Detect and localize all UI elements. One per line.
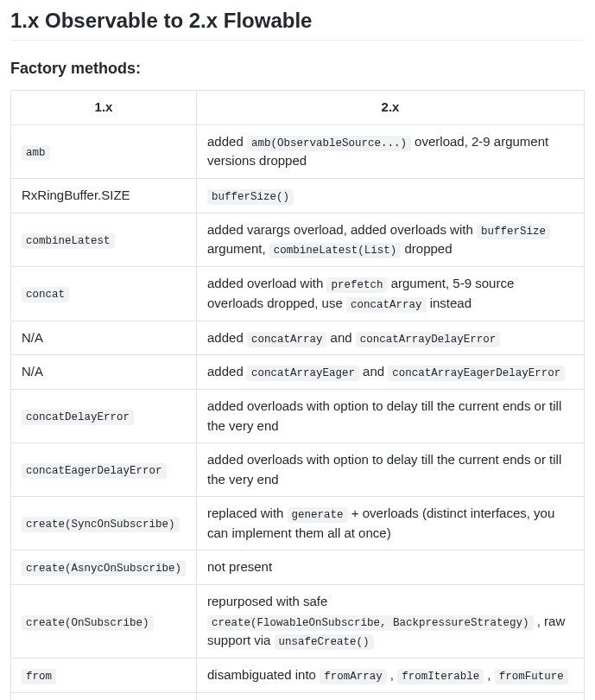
- table-row: create(SyncOnSubscribe)replaced with gen…: [11, 497, 585, 550]
- table-row: concatEagerDelayErroradded overloads wit…: [11, 443, 585, 497]
- cell-2x: added concatArrayEager and concatArrayEa…: [197, 355, 585, 390]
- table-row: concatDelayErroradded overloads with opt…: [11, 390, 585, 443]
- cell-2x: bufferSize(): [197, 178, 585, 213]
- cell-2x: added varargs overload, added overloads …: [197, 213, 585, 267]
- table-row: ambadded amb(ObservableSource...) overlo…: [11, 124, 585, 178]
- inline-code: create(OnSubscribe): [22, 615, 154, 631]
- inline-code: combineLatest(List): [269, 243, 402, 258]
- cell-2x: added overloads with option to delay til…: [197, 390, 585, 443]
- table-row: create(OnSubscribe)repurposed with safe …: [11, 585, 585, 659]
- inline-code: concatEagerDelayError: [22, 463, 167, 479]
- table-row: N/Aadded fromPublisher: [11, 692, 585, 700]
- table-row: RxRingBuffer.SIZEbufferSize(): [11, 178, 585, 213]
- section-title: Factory methods:: [10, 60, 585, 78]
- table-row: create(AsnycOnSubscribe)not present: [11, 550, 585, 585]
- inline-code: concatDelayError: [22, 410, 134, 425]
- inline-code: concatArrayDelayError: [356, 332, 501, 347]
- inline-code: create(SyncOnSubscribe): [22, 517, 180, 532]
- cell-1x: concat: [11, 267, 197, 321]
- cell-2x: added overload with prefetch argument, 5…: [197, 267, 585, 321]
- cell-1x: concatDelayError: [11, 390, 197, 443]
- inline-code: concatArray: [346, 297, 427, 313]
- cell-1x: create(AsnycOnSubscribe): [11, 550, 197, 585]
- inline-code: create(AsnycOnSubscribe): [22, 561, 186, 576]
- inline-code: combineLatest: [22, 233, 115, 249]
- cell-1x: create(SyncOnSubscribe): [11, 497, 197, 550]
- cell-1x: RxRingBuffer.SIZE: [11, 178, 197, 213]
- inline-code: concatArrayEagerDelayError: [388, 366, 565, 381]
- table-row: fromdisambiguated into fromArray , fromI…: [11, 659, 585, 693]
- inline-code: concat: [22, 287, 69, 302]
- cell-1x: from: [11, 659, 197, 693]
- cell-1x: N/A: [11, 321, 197, 355]
- factory-methods-table: 1.x 2.x ambadded amb(ObservableSource...…: [10, 90, 585, 700]
- inline-code: fromIterable: [397, 669, 484, 684]
- inline-code: amb: [22, 145, 50, 161]
- inline-code: prefetch: [326, 277, 387, 293]
- inline-code: fromFuture: [495, 669, 568, 684]
- cell-2x: added overloads with option to delay til…: [197, 443, 585, 497]
- cell-1x: N/A: [11, 692, 197, 700]
- cell-2x: repurposed with safe create(FlowableOnSu…: [197, 585, 585, 659]
- cell-1x: create(OnSubscribe): [11, 585, 197, 659]
- cell-1x: N/A: [11, 355, 197, 390]
- inline-code: generate: [288, 507, 348, 523]
- cell-1x: amb: [11, 124, 197, 178]
- inline-code: create(FlowableOnSubscribe, Backpressure…: [207, 615, 534, 631]
- cell-2x: added concatArray and concatArrayDelayEr…: [197, 321, 585, 355]
- cell-2x: added amb(ObservableSource...) overload,…: [197, 124, 585, 178]
- page-title: 1.x Observable to 2.x Flowable: [10, 9, 585, 41]
- cell-2x: not present: [197, 550, 585, 585]
- table-row: concatadded overload with prefetch argum…: [11, 267, 585, 321]
- table-row: N/Aadded concatArrayEager and concatArra…: [11, 355, 585, 390]
- cell-2x: replaced with generate + overloads (dist…: [197, 497, 585, 550]
- cell-1x: concatEagerDelayError: [11, 443, 197, 497]
- cell-1x: combineLatest: [11, 213, 197, 267]
- column-header-1x: 1.x: [11, 91, 197, 125]
- inline-code: fromArray: [320, 669, 387, 684]
- column-header-2x: 2.x: [197, 91, 585, 125]
- inline-code: amb(ObservableSource...): [247, 136, 411, 151]
- inline-code: bufferSize(): [207, 189, 294, 205]
- cell-2x: added fromPublisher: [197, 692, 585, 700]
- table-row: combineLatestadded varargs overload, add…: [11, 213, 585, 267]
- inline-code: bufferSize: [477, 224, 550, 239]
- inline-code: concatArray: [247, 332, 327, 347]
- inline-code: concatArrayEager: [247, 366, 359, 381]
- cell-2x: disambiguated into fromArray , fromItera…: [197, 659, 585, 693]
- inline-code: from: [22, 669, 56, 684]
- inline-code: unsafeCreate(): [275, 634, 374, 650]
- table-row: N/Aadded concatArray and concatArrayDela…: [11, 321, 585, 355]
